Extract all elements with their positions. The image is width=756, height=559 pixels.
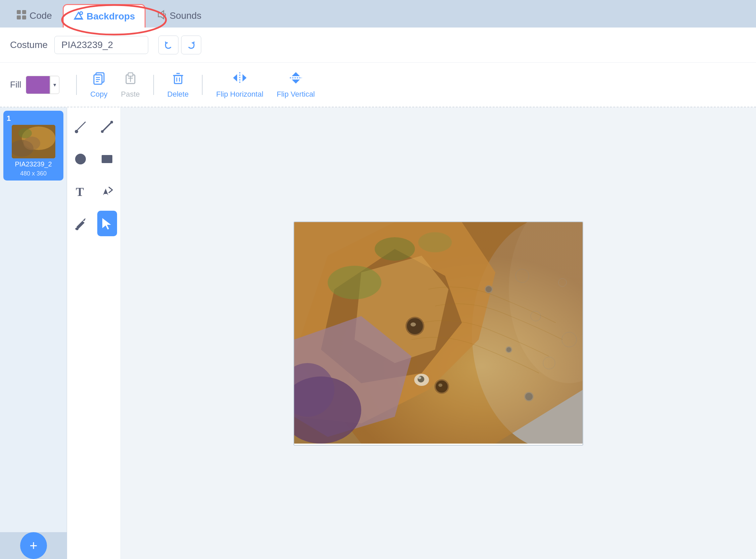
backdrop-item[interactable]: 1 [3, 111, 63, 180]
svg-text:T: T [76, 185, 84, 199]
svg-marker-26 [292, 72, 300, 76]
select-tool[interactable] [97, 211, 117, 236]
fill-dropdown[interactable]: ▼ [50, 76, 60, 94]
flip-vertical-label: Flip Vertical [277, 90, 315, 99]
flip-horizontal-icon [231, 71, 249, 88]
canvas-container[interactable] [294, 221, 583, 446]
costume-label: Costume [10, 40, 48, 50]
svg-point-33 [75, 130, 78, 133]
svg-marker-27 [292, 80, 300, 84]
svg-rect-17 [175, 75, 182, 84]
copy-icon [92, 71, 106, 88]
mars-image [294, 222, 582, 444]
backdrop-item-number: 1 [7, 114, 11, 123]
copy-button[interactable]: Copy [84, 68, 114, 101]
add-backdrop-button[interactable]: + [20, 532, 47, 559]
bottom-bar: + [0, 532, 67, 559]
toolbar-row: Fill ▼ Copy [0, 63, 756, 107]
editor-area: Costume Fill ▼ [0, 27, 756, 559]
svg-point-5 [80, 12, 83, 15]
toolbar-divider-3 [202, 75, 203, 95]
circle-tool[interactable] [70, 146, 91, 172]
svg-point-35 [101, 130, 104, 133]
svg-marker-7 [158, 11, 164, 19]
svg-rect-0 [17, 10, 21, 14]
undo-redo-group [158, 36, 201, 54]
delete-label: Delete [167, 90, 189, 99]
tools-row-4 [70, 211, 117, 236]
reshape-tool[interactable] [97, 179, 117, 204]
flip-vertical-button[interactable]: Flip Vertical [270, 68, 322, 101]
tab-code[interactable]: Code [7, 5, 61, 27]
main-content: 1 [0, 107, 756, 559]
svg-point-50 [328, 266, 381, 299]
costume-header: Costume [0, 27, 756, 63]
tab-backdrops-label: Backdrops [87, 11, 135, 22]
svg-rect-1 [22, 10, 26, 14]
svg-point-60 [411, 322, 416, 327]
undo-button[interactable] [158, 36, 179, 54]
tab-backdrops[interactable]: Backdrops [63, 4, 145, 27]
delete-button[interactable]: Delete [161, 68, 196, 101]
redo-button[interactable] [181, 36, 201, 54]
backdrop-thumbnail [12, 125, 55, 158]
copy-label: Copy [90, 90, 107, 99]
fill-label: Fill [10, 80, 21, 90]
code-icon [16, 9, 27, 22]
fill-section: Fill ▼ [10, 76, 60, 94]
svg-point-59 [407, 318, 423, 334]
toolbar-divider-2 [153, 75, 154, 95]
svg-point-72 [525, 393, 533, 400]
tab-sounds-label: Sounds [170, 10, 202, 21]
delete-icon [171, 71, 185, 88]
svg-point-52 [418, 232, 452, 252]
flip-vertical-icon [287, 71, 304, 88]
fill-tool[interactable] [70, 211, 91, 236]
line-tool[interactable] [97, 114, 117, 140]
svg-line-34 [102, 122, 112, 132]
svg-point-62 [436, 380, 448, 393]
backdrops-icon [73, 10, 84, 23]
tools-row-1 [70, 114, 117, 140]
svg-point-63 [438, 383, 442, 387]
svg-point-51 [375, 237, 415, 261]
toolbar-divider-1 [76, 75, 77, 95]
svg-point-37 [75, 154, 86, 164]
svg-rect-38 [101, 155, 112, 163]
svg-rect-3 [22, 16, 26, 20]
tab-code-label: Code [29, 10, 52, 21]
paste-button[interactable]: Paste [114, 68, 146, 101]
svg-marker-23 [233, 74, 237, 82]
canvas-area [121, 107, 756, 559]
tab-bar: Code Backdrops Sounds [0, 0, 756, 27]
svg-rect-2 [17, 16, 21, 20]
backdrop-item-name: PIA23239_2 [15, 160, 52, 168]
svg-point-68 [486, 286, 492, 292]
svg-marker-24 [243, 74, 247, 82]
svg-rect-14 [128, 73, 133, 76]
drawing-tools: T [67, 107, 121, 559]
svg-point-31 [23, 137, 40, 150]
paste-icon [123, 71, 138, 88]
fill-color-box[interactable] [26, 76, 50, 94]
flip-horizontal-button[interactable]: Flip Horizontal [209, 68, 270, 101]
tools-row-2 [70, 146, 117, 172]
brush-tool[interactable] [70, 114, 91, 140]
text-tool[interactable]: T [70, 179, 91, 204]
sounds-icon [156, 9, 167, 22]
svg-point-70 [506, 347, 511, 352]
rectangle-tool[interactable] [97, 146, 117, 172]
svg-point-32 [19, 128, 32, 138]
svg-point-36 [110, 121, 113, 124]
paste-label: Paste [121, 90, 140, 99]
backdrop-item-size: 480 x 360 [20, 170, 47, 177]
flip-horizontal-label: Flip Horizontal [216, 90, 263, 99]
svg-point-66 [418, 377, 421, 379]
backdrop-list: 1 [0, 107, 67, 559]
tab-sounds[interactable]: Sounds [147, 5, 211, 27]
tools-row-3: T [70, 179, 117, 204]
costume-name-input[interactable] [54, 36, 148, 54]
